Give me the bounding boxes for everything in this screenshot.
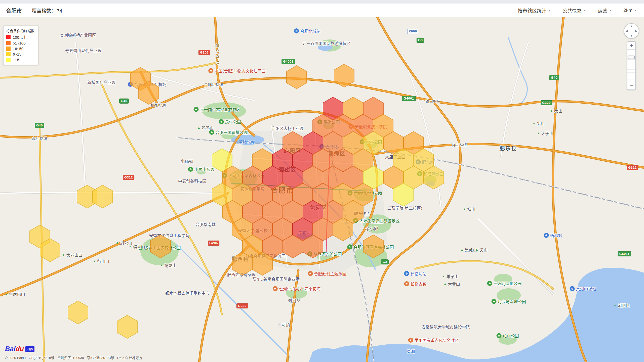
zoom-in-button[interactable]: +: [627, 42, 635, 49]
legend-swatch: [6, 47, 11, 51]
zoom-slider-track[interactable]: [627, 49, 635, 82]
dropdown-label: 2km: [623, 8, 632, 13]
legend-label: 6~15: [13, 52, 21, 56]
legend-item: 6~15: [6, 52, 34, 56]
pan-control[interactable]: ▲ ▼ ◀ ▶: [624, 23, 639, 38]
hex-cell[interactable]: [334, 64, 354, 87]
legend-title: 符合条件的终端数: [6, 28, 34, 33]
legend-items: 100以上51~10016~506~151~5: [6, 34, 34, 62]
coverage-label: 覆盖格数：: [32, 8, 56, 14]
map-attribution: © 2020 Baidu - GS(2019)5218号 - 甲测资字11009…: [5, 355, 142, 360]
hex-cell[interactable]: [68, 301, 88, 324]
toolbar-dropdown[interactable]: 运营▾: [598, 7, 611, 14]
legend-swatch: [6, 58, 11, 62]
chevron-down-icon: ▾: [549, 8, 550, 12]
zoom-control[interactable]: + −: [627, 41, 636, 90]
legend-item: 16~50: [6, 47, 34, 51]
coverage-value: 74: [57, 8, 62, 14]
city-name: 合肥市: [6, 7, 22, 14]
hex-grid-layer: [0, 17, 644, 362]
hex-cell[interactable]: [150, 235, 171, 258]
dropdown-label: 运营: [598, 7, 607, 14]
pan-down-icon[interactable]: ▼: [630, 34, 633, 37]
logo-du: du: [16, 345, 24, 353]
toolbar-dropdown[interactable]: 2km▾: [623, 8, 636, 13]
legend-swatch: [6, 35, 11, 39]
legend-item: 1~5: [6, 58, 34, 62]
hex-cell[interactable]: [287, 66, 307, 89]
toolbar-dropdown[interactable]: 公共快充▾: [562, 7, 586, 14]
legend-panel: 符合条件的终端数 100以上51~10016~506~151~5: [3, 26, 38, 65]
zoom-out-button[interactable]: −: [627, 82, 635, 89]
coverage-count: 覆盖格数：74: [32, 7, 62, 14]
legend-swatch: [6, 52, 11, 56]
app-screen: 合肥市 覆盖格数：74 按市辖区统计▾公共快充▾运营▾2km▾: [0, 0, 644, 362]
legend-item: 51~100: [6, 41, 34, 45]
hex-cell[interactable]: [117, 315, 137, 338]
toolbar-left: 合肥市 覆盖格数：74: [6, 7, 62, 14]
legend-label: 100以上: [13, 34, 27, 40]
chevron-down-icon: ▾: [610, 8, 611, 12]
logo-map-chip: 地图: [25, 346, 34, 352]
pan-up-icon[interactable]: ▲: [630, 25, 633, 28]
dropdown-label: 公共快充: [562, 7, 582, 14]
pan-left-icon[interactable]: ◀: [625, 29, 628, 32]
logo-bai: Bai: [5, 345, 16, 353]
baidu-logo[interactable]: Baidu 地图: [5, 345, 34, 353]
chevron-down-icon: ▾: [584, 8, 586, 12]
pan-right-icon[interactable]: ▶: [635, 29, 637, 32]
top-toolbar: 合肥市 覆盖格数：74 按市辖区统计▾公共快充▾运营▾2km▾: [0, 4, 644, 17]
legend-label: 1~5: [13, 58, 19, 62]
zoom-slider-handle[interactable]: [628, 56, 635, 59]
toolbar-filters: 按市辖区统计▾公共快充▾运营▾2km▾: [518, 7, 636, 14]
chevron-down-icon: ▾: [635, 8, 636, 12]
map-canvas[interactable]: 合肥市庐阳区蜀山区瑶海区包河区肥西县肥东县合肥西枢纽机场互通高店枢纽陇西枢纽路口…: [0, 17, 644, 362]
hex-cell[interactable]: [93, 185, 113, 208]
legend-label: 51~100: [13, 41, 25, 45]
top-strip: [0, 0, 644, 4]
dropdown-label: 按市辖区统计: [518, 7, 546, 14]
legend-item: 100以上: [6, 34, 34, 40]
toolbar-dropdown[interactable]: 按市辖区统计▾: [518, 7, 550, 14]
legend-swatch: [6, 41, 11, 45]
hex-cell[interactable]: [363, 235, 383, 258]
legend-label: 16~50: [13, 47, 23, 51]
